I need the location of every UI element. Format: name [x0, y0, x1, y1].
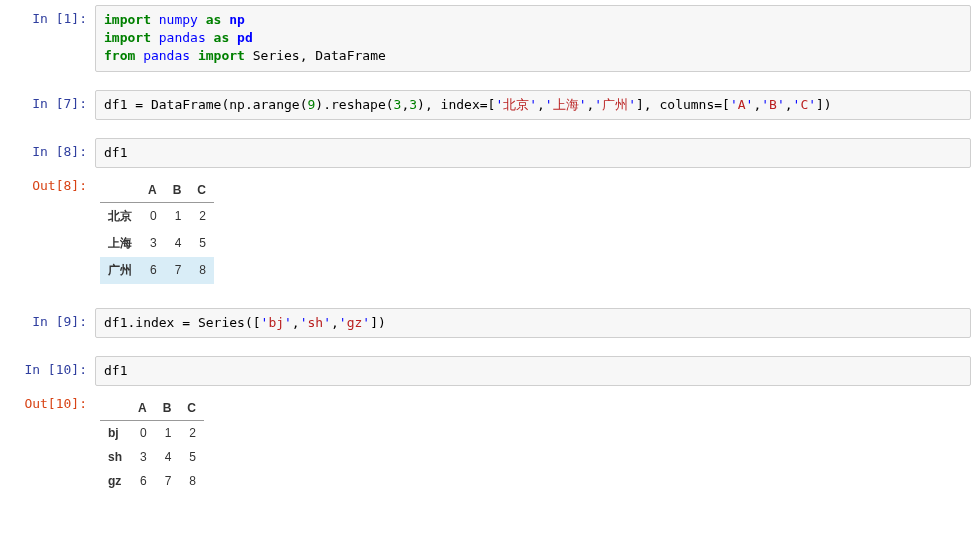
cell-out-8: Out[8]: ABC北京012上海345广州678	[5, 172, 971, 290]
table-cell: 3	[140, 230, 165, 257]
prompt-out-10: Out[10]:	[5, 390, 95, 499]
prompt-in-1: In [1]:	[5, 5, 95, 72]
table-cell: 0	[130, 421, 155, 446]
cell-in-10: In [10]: df1	[5, 356, 971, 386]
row-index: 上海	[100, 230, 140, 257]
output-10: ABCbj012sh345gz678	[95, 390, 971, 499]
prompt-in-10: In [10]:	[5, 356, 95, 386]
table-row[interactable]: sh345	[100, 445, 204, 469]
table-cell: 4	[155, 445, 180, 469]
table-cell: 1	[165, 202, 190, 230]
row-index: 北京	[100, 202, 140, 230]
code-text-9: df1.index = Series(['bj','sh','gz'])	[104, 314, 962, 332]
prompt-in-9: In [9]:	[5, 308, 95, 338]
dataframe-table-10[interactable]: ABCbj012sh345gz678	[100, 396, 204, 493]
row-index: sh	[100, 445, 130, 469]
table-cell: 8	[189, 257, 214, 284]
cell-out-10: Out[10]: ABCbj012sh345gz678	[5, 390, 971, 499]
code-input-1[interactable]: import numpy as np import pandas as pd f…	[95, 5, 971, 72]
table-cell: 5	[189, 230, 214, 257]
code-text-1: import numpy as np import pandas as pd f…	[104, 11, 962, 66]
code-text-7: df1 = DataFrame(np.arange(9).reshape(3,3…	[104, 96, 962, 114]
row-index: 广州	[100, 257, 140, 284]
col-header: C	[189, 178, 214, 203]
output-8: ABC北京012上海345广州678	[95, 172, 971, 290]
table-cell: 8	[179, 469, 204, 493]
prompt-out-8: Out[8]:	[5, 172, 95, 290]
table-cell: 1	[155, 421, 180, 446]
prompt-in-7: In [7]:	[5, 90, 95, 120]
table-cell: 7	[165, 257, 190, 284]
code-input-9[interactable]: df1.index = Series(['bj','sh','gz'])	[95, 308, 971, 338]
col-header: C	[179, 396, 204, 421]
dataframe-table-8[interactable]: ABC北京012上海345广州678	[100, 178, 214, 284]
col-header: B	[155, 396, 180, 421]
table-cell: 0	[140, 202, 165, 230]
table-cell: 2	[189, 202, 214, 230]
col-header: A	[140, 178, 165, 203]
col-header: A	[130, 396, 155, 421]
table-cell: 2	[179, 421, 204, 446]
table-row[interactable]: 广州678	[100, 257, 214, 284]
prompt-in-8: In [8]:	[5, 138, 95, 168]
table-cell: 5	[179, 445, 204, 469]
cell-in-1: In [1]: import numpy as np import pandas…	[5, 5, 971, 72]
table-cell: 3	[130, 445, 155, 469]
code-text-10: df1	[104, 362, 962, 380]
table-cell: 7	[155, 469, 180, 493]
row-index: gz	[100, 469, 130, 493]
table-row[interactable]: gz678	[100, 469, 204, 493]
table-cell: 4	[165, 230, 190, 257]
code-text-8: df1	[104, 144, 962, 162]
table-row[interactable]: 北京012	[100, 202, 214, 230]
row-index: bj	[100, 421, 130, 446]
table-row[interactable]: 上海345	[100, 230, 214, 257]
code-input-10[interactable]: df1	[95, 356, 971, 386]
code-input-8[interactable]: df1	[95, 138, 971, 168]
cell-in-7: In [7]: df1 = DataFrame(np.arange(9).res…	[5, 90, 971, 120]
cell-in-8: In [8]: df1	[5, 138, 971, 168]
table-cell: 6	[140, 257, 165, 284]
col-header: B	[165, 178, 190, 203]
table-cell: 6	[130, 469, 155, 493]
table-row[interactable]: bj012	[100, 421, 204, 446]
cell-in-9: In [9]: df1.index = Series(['bj','sh','g…	[5, 308, 971, 338]
code-input-7[interactable]: df1 = DataFrame(np.arange(9).reshape(3,3…	[95, 90, 971, 120]
